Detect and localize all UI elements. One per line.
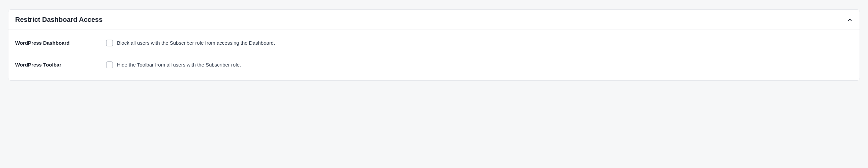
hide-toolbar-checkbox[interactable] (106, 61, 113, 68)
panel-header[interactable]: Restrict Dashboard Access (8, 10, 860, 30)
field-row-dashboard: WordPress Dashboard Block all users with… (15, 39, 853, 46)
panel-body: WordPress Dashboard Block all users with… (8, 30, 860, 80)
restrict-dashboard-access-panel: Restrict Dashboard Access WordPress Dash… (8, 9, 860, 81)
field-label-toolbar: WordPress Toolbar (15, 61, 106, 68)
field-control-dashboard: Block all users with the Subscriber role… (106, 39, 275, 46)
chevron-up-icon (847, 17, 853, 23)
field-label-dashboard: WordPress Dashboard (15, 39, 106, 46)
field-row-toolbar: WordPress Toolbar Hide the Toolbar from … (15, 61, 853, 68)
block-dashboard-checkbox[interactable] (106, 40, 113, 46)
field-control-toolbar: Hide the Toolbar from all users with the… (106, 61, 241, 68)
field-desc-toolbar: Hide the Toolbar from all users with the… (117, 61, 241, 68)
panel-title: Restrict Dashboard Access (15, 16, 102, 24)
field-desc-dashboard: Block all users with the Subscriber role… (117, 39, 275, 46)
